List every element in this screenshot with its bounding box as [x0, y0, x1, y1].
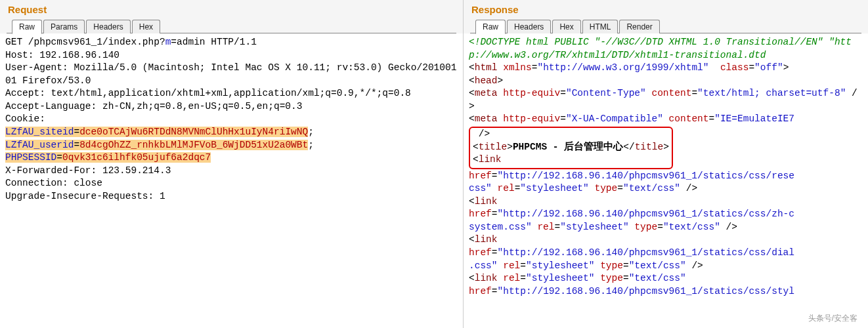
tab-raw[interactable]: Raw	[12, 20, 42, 34]
tab-html[interactable]: HTML	[582, 20, 618, 33]
attr: xmlns	[498, 62, 532, 73]
req-host: Host: 192.168.96.140	[5, 50, 119, 60]
request-panel: Request Raw Params Headers Hex GET /phpc…	[0, 0, 464, 328]
title-text: PHPCMS - 后台管理中心	[513, 142, 623, 152]
eq: =	[520, 273, 526, 283]
val: "Content-Type"	[566, 88, 646, 98]
cookie-key: LZfAU_userid	[5, 140, 74, 150]
watermark: 头条号/安全客	[808, 313, 857, 324]
tab-render[interactable]: Render	[619, 20, 659, 33]
selfclose: />	[680, 183, 697, 194]
tag-link: link	[475, 196, 498, 207]
gt: >	[783, 62, 789, 73]
eq: =	[520, 260, 526, 271]
cookie-val: 0qvk31c6ilhfk05ujuf6a2dqc7	[62, 152, 211, 163]
selfclose: />	[720, 222, 737, 232]
eq: =	[617, 183, 623, 194]
response-tabs: Raw Headers Hex HTML Render	[470, 19, 861, 33]
lt: <	[469, 234, 475, 245]
lt: <	[469, 88, 475, 98]
eq: =	[691, 88, 697, 98]
request-body[interactable]: GET /phpcmsv961_1/index.php?m=admin HTTP…	[0, 33, 463, 205]
req-line: =admin HTTP/1.1	[171, 37, 257, 47]
val: "http://192.168.96.140/phpcmsv961_1/stat…	[498, 209, 794, 219]
tab-params[interactable]: Params	[43, 20, 85, 33]
val: "text/css"	[629, 260, 686, 271]
response-title: Response	[470, 4, 861, 15]
attr: rel	[498, 260, 521, 271]
val: .css"	[469, 260, 498, 271]
cookie-val: dce0oTCAjWu6RTDdN8MVNmClUhHx1uIyN4riIwNQ	[79, 127, 308, 137]
val: "text/html; charset=utf-8"	[697, 88, 846, 98]
highlight-box: /> <title>PHPCMS - 后台管理中心</title> <link	[469, 127, 673, 169]
attr: type	[594, 260, 623, 271]
tab-headers[interactable]: Headers	[507, 20, 551, 33]
attr: href	[469, 209, 492, 219]
val: "IE=EmulateIE7	[714, 113, 794, 124]
attr: content	[646, 88, 692, 98]
gt: >	[498, 75, 504, 86]
attr: http-equiv	[498, 113, 561, 124]
eq: =	[709, 113, 715, 124]
selfclose: />	[686, 260, 703, 271]
eq: =	[492, 171, 498, 181]
req-cookie: Cookie:	[5, 113, 45, 124]
lt: <	[469, 196, 475, 207]
tag-title: title	[635, 142, 664, 152]
val: "X-UA-Compatible"	[566, 113, 663, 124]
tab-raw[interactable]: Raw	[475, 20, 506, 34]
eq: =	[492, 286, 498, 297]
tab-hex[interactable]: Hex	[552, 20, 580, 33]
lt: <	[469, 62, 475, 73]
attr: content	[663, 113, 709, 124]
attr: href	[469, 171, 492, 181]
lt: <	[473, 142, 479, 152]
cookie-val: 8d4cgOhZZ_rnhkbLMlMJFVoB_6WjDD51xU2a0WBt	[79, 140, 308, 150]
attr: rel	[492, 183, 515, 194]
val: "http://192.168.96.140/phpcmsv961_1/stat…	[498, 286, 794, 297]
cookie-key: PHPSESSID	[5, 152, 56, 163]
val: "text/css"	[629, 273, 686, 283]
selfclose: />	[473, 129, 490, 139]
req-upgr: Upgrade-Insecure-Requests: 1	[5, 191, 165, 201]
tab-headers[interactable]: Headers	[86, 20, 130, 33]
val: "off"	[754, 62, 783, 73]
tag-html: html	[475, 62, 498, 73]
tag-meta: meta	[475, 88, 498, 98]
close: </	[623, 142, 634, 152]
request-title: Request	[7, 4, 456, 15]
val: "stylesheet"	[526, 260, 594, 271]
attr: rel	[498, 273, 521, 283]
eq: =	[623, 273, 629, 283]
eq: =	[749, 62, 754, 73]
tag-link: link	[479, 154, 502, 165]
lt: <	[469, 75, 475, 86]
val: "text/css"	[663, 222, 720, 232]
cookie-key: LZfAU_siteid	[5, 127, 74, 137]
response-panel: Response Raw Headers Hex HTML Render <!D…	[464, 0, 868, 328]
eq: =	[555, 222, 561, 232]
gt: >	[507, 142, 513, 152]
req-conn: Connection: close	[5, 178, 102, 188]
lt: <	[469, 273, 475, 283]
eq: =	[657, 222, 663, 232]
tag-link: link	[475, 234, 498, 245]
val: "stylesheet"	[520, 183, 588, 194]
attr: href	[469, 247, 492, 258]
val: system.css"	[469, 222, 532, 232]
eq: =	[492, 247, 498, 258]
req-acclang: Accept-Language: zh-CN,zh;q=0.8,en-US;q=…	[5, 101, 302, 112]
req-line: GET /phpcmsv961_1/index.php?	[5, 37, 165, 47]
attr: class	[708, 62, 749, 73]
gt: >	[663, 142, 669, 152]
attr: type	[629, 222, 658, 232]
val: "http://www.w3.org/1999/xhtml"	[537, 62, 708, 73]
req-ua: User-Agent: Mozilla/5.0 (Macintosh; Inte…	[5, 62, 456, 86]
eq: =	[560, 88, 566, 98]
eq: =	[560, 113, 566, 124]
eq: =	[492, 209, 498, 219]
val: "stylesheet"	[526, 273, 594, 283]
response-body[interactable]: <!DOCTYPE html PUBLIC "-//W3C//DTD XHTML…	[464, 33, 868, 300]
lt: <	[469, 113, 475, 124]
tab-hex[interactable]: Hex	[132, 20, 160, 33]
